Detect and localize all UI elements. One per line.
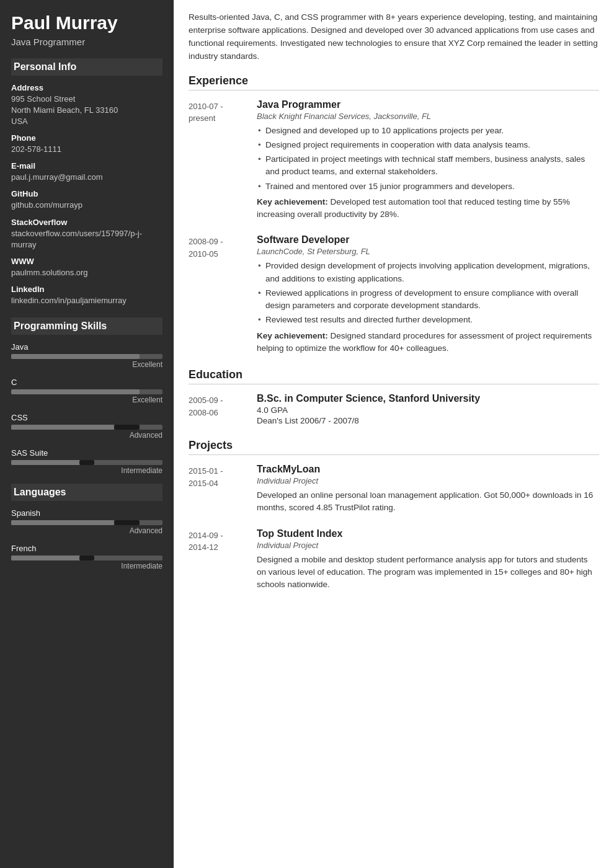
experience-bullets: Provided design development of projects … (257, 260, 599, 326)
experience-bullets: Designed and developed up to 10 applicat… (257, 125, 599, 193)
experience-bullet: Designed and developed up to 10 applicat… (257, 125, 599, 137)
project-entry: 2014-09 -2014-12Top Student IndexIndivid… (189, 528, 599, 591)
skill-item: JavaExcellent (11, 342, 162, 369)
summary-text: Results-oriented Java, C, and CSS progra… (189, 11, 599, 63)
projects-section: Projects 2015-01 -2015-04TrackMyLoanIndi… (189, 439, 599, 591)
experience-bullet: Participated in project meetings with te… (257, 153, 599, 179)
skill-bar-fill (11, 389, 140, 394)
education-degree: B.Sc. in Computer Science, Stanford Univ… (257, 393, 599, 404)
address-line1: 995 School Street (11, 94, 162, 105)
education-dates: 2005-09 -2008-06 (189, 393, 257, 425)
skills-title: Programming Skills (11, 317, 162, 335)
skill-name: C (11, 378, 162, 387)
skill-bar-bg (11, 389, 162, 394)
linkedin-value: linkedin.com/in/pauljamiemurray (11, 295, 162, 306)
language-bar-bg (11, 520, 162, 525)
project-dates: 2015-01 -2015-04 (189, 464, 257, 515)
experience-bullet: Designed project requirements in coopera… (257, 139, 599, 151)
email-value: paul.j.murray@gmail.com (11, 172, 162, 183)
project-content: TrackMyLoanIndividual ProjectDeveloped a… (257, 464, 599, 515)
experience-content: Software DeveloperLaunchCode, St Petersb… (257, 234, 599, 355)
education-list: 2005-09 -2008-06B.Sc. in Computer Scienc… (189, 393, 599, 425)
address-label: Address (11, 83, 162, 92)
experience-job-title: Java Programmer (257, 99, 599, 110)
education-section: Education 2005-09 -2008-06B.Sc. in Compu… (189, 368, 599, 425)
skills-list: JavaExcellentCExcellentCSSAdvancedSAS Su… (11, 342, 162, 475)
skill-bar-bg (11, 425, 162, 430)
skill-item: SAS SuiteIntermediate (11, 448, 162, 475)
skill-level: Excellent (11, 360, 162, 369)
experience-section: Experience 2010-07 -presentJava Programm… (189, 74, 599, 355)
education-gpa: 4.0 GPA (257, 405, 599, 415)
education-entry: 2005-09 -2008-06B.Sc. in Computer Scienc… (189, 393, 599, 425)
phone-label: Phone (11, 133, 162, 143)
project-description: Designed a mobile and desktop student pe… (257, 554, 599, 591)
project-dates: 2014-09 -2014-12 (189, 528, 257, 591)
main-content: Results-oriented Java, C, and CSS progra… (174, 0, 614, 868)
experience-bullet: Reviewed applications in progress of dev… (257, 287, 599, 312)
project-type: Individual Project (257, 476, 599, 485)
skill-bar-bg (11, 460, 162, 465)
stackoverflow-label: StackOverflow (11, 218, 162, 227)
education-content: B.Sc. in Computer Science, Stanford Univ… (257, 393, 599, 425)
language-bar-bg (11, 556, 162, 560)
experience-entry: 2008-09 -2010-05Software DeveloperLaunch… (189, 234, 599, 355)
address-line3: USA (11, 116, 162, 127)
github-label: GitHub (11, 189, 162, 198)
project-entry: 2015-01 -2015-04TrackMyLoanIndividual Pr… (189, 464, 599, 515)
language-name: French (11, 544, 162, 553)
language-level: Intermediate (11, 562, 162, 570)
language-level: Advanced (11, 526, 162, 535)
language-bar-accent (114, 520, 140, 525)
languages-list: SpanishAdvancedFrenchIntermediate (11, 508, 162, 570)
linkedin-label: LinkedIn (11, 285, 162, 294)
language-bar-accent (79, 556, 94, 560)
experience-company: LaunchCode, St Petersburg, FL (257, 247, 599, 256)
project-description: Developed an online personal loan manage… (257, 489, 599, 515)
stackoverflow-value: stackoverflow.com/users/157997/p-j-murra… (11, 228, 162, 250)
experience-dates: 2010-07 -present (189, 99, 257, 221)
skill-bar-accent (114, 425, 140, 430)
skill-name: SAS Suite (11, 448, 162, 458)
education-deans-list: Dean's List 2006/7 - 2007/8 (257, 416, 599, 425)
skill-name: CSS (11, 413, 162, 422)
project-title: TrackMyLoan (257, 464, 599, 475)
experience-bullet: Reviewed test results and directed furth… (257, 314, 599, 326)
experience-dates: 2008-09 -2010-05 (189, 234, 257, 355)
candidate-name: Paul Murray (11, 12, 162, 34)
skill-bar-fill (11, 354, 140, 359)
candidate-job-title: Java Programmer (11, 37, 162, 47)
education-title: Education (189, 368, 599, 384)
skill-bar-bg (11, 354, 162, 359)
projects-title: Projects (189, 439, 599, 455)
skill-item: CExcellent (11, 378, 162, 404)
experience-key-achievement: Key achievement: Designed standard proce… (257, 330, 599, 355)
address-line2: North Miami Beach, FL 33160 (11, 105, 162, 116)
experience-job-title: Software Developer (257, 234, 599, 246)
project-title: Top Student Index (257, 528, 599, 539)
project-content: Top Student IndexIndividual ProjectDesig… (257, 528, 599, 591)
skill-name: Java (11, 342, 162, 352)
www-value: paulmm.solutions.org (11, 267, 162, 278)
phone-value: 202-578-1111 (11, 144, 162, 155)
skill-level: Intermediate (11, 466, 162, 475)
skill-level: Advanced (11, 431, 162, 440)
experience-list: 2010-07 -presentJava ProgrammerBlack Kni… (189, 99, 599, 355)
experience-company: Black Knight Financial Services, Jackson… (257, 112, 599, 121)
github-value: github.com/murrayp (11, 200, 162, 211)
experience-entry: 2010-07 -presentJava ProgrammerBlack Kni… (189, 99, 599, 221)
sidebar: Paul Murray Java Programmer Personal Inf… (0, 0, 174, 868)
language-item: FrenchIntermediate (11, 544, 162, 570)
experience-bullet: Provided design development of projects … (257, 260, 599, 285)
experience-title: Experience (189, 74, 599, 91)
language-bar-fill (11, 520, 114, 525)
experience-key-achievement: Key achievement: Developed test automati… (257, 196, 599, 221)
experience-content: Java ProgrammerBlack Knight Financial Se… (257, 99, 599, 221)
project-type: Individual Project (257, 541, 599, 550)
skill-item: CSSAdvanced (11, 413, 162, 440)
languages-title: Languages (11, 484, 162, 501)
language-name: Spanish (11, 508, 162, 518)
personal-info-title: Personal Info (11, 58, 162, 76)
skill-level: Excellent (11, 396, 162, 404)
email-label: E-mail (11, 161, 162, 170)
